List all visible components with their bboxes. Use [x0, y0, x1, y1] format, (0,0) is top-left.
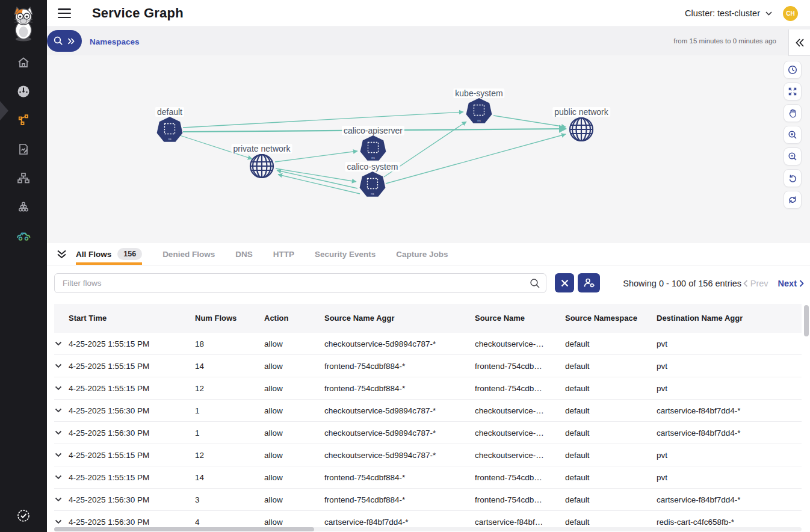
- table-row[interactable]: 4-25-2025 1:55:15 PM 12 allow checkoutse…: [54, 444, 802, 466]
- refresh-button[interactable]: [784, 191, 802, 209]
- cell-source-namespace: default: [565, 428, 657, 438]
- table-row[interactable]: 4-25-2025 1:55:15 PM 14 allow frontend-7…: [54, 466, 802, 489]
- sidebar-item-flow-logs[interactable]: [0, 135, 47, 164]
- flows-table: Start Time Num Flows Action Source Name …: [54, 304, 802, 532]
- cluster-selector[interactable]: Cluster: test-cluster: [685, 8, 772, 18]
- cell-source-name: frontend-754cdb…: [475, 473, 565, 482]
- sidebar-item-home[interactable]: [0, 48, 47, 77]
- graph-node-label[interactable]: calico-system: [345, 162, 400, 172]
- table-row[interactable]: 4-25-2025 1:55:15 PM 14 allow frontend-7…: [54, 355, 802, 377]
- vertical-scrollbar-thumb[interactable]: [804, 305, 809, 336]
- undo-reset-icon: [788, 173, 797, 183]
- chevron-left-icon: [743, 280, 748, 287]
- col-source-name[interactable]: Source Name: [475, 314, 565, 323]
- graph-node-default[interactable]: ns: [155, 116, 184, 144]
- cell-action: allow: [264, 428, 324, 438]
- next-label: Next: [778, 279, 797, 288]
- reset-view-button[interactable]: [784, 169, 802, 187]
- verified-badge-icon[interactable]: [16, 508, 31, 524]
- user-avatar[interactable]: CH: [783, 6, 798, 21]
- table-row[interactable]: 4-25-2025 1:55:15 PM 18 allow checkoutse…: [54, 333, 802, 355]
- tab-capture-jobs[interactable]: Capture Jobs: [396, 243, 448, 265]
- car-icon: [15, 229, 32, 243]
- hamburger-menu-button[interactable]: [58, 8, 71, 18]
- graph-node-label[interactable]: public network: [552, 107, 610, 117]
- tab-dns[interactable]: DNS: [235, 243, 253, 265]
- pager: Prev Next: [743, 273, 804, 293]
- sidebar-item-demo-car[interactable]: [0, 221, 47, 250]
- sidebar-item-dashboard[interactable]: [0, 77, 47, 106]
- cell-action: allow: [264, 473, 324, 482]
- search-icon[interactable]: [530, 278, 540, 289]
- graph-node-private-network[interactable]: [249, 153, 275, 179]
- graph-node-kube-system[interactable]: ns: [465, 97, 493, 126]
- column-customize-button[interactable]: [578, 273, 600, 292]
- table-row[interactable]: 4-25-2025 1:56:30 PM 3 allow frontend-75…: [54, 489, 802, 511]
- graph-node-label[interactable]: default: [155, 107, 184, 117]
- collapse-flows-panel-button[interactable]: [47, 243, 76, 265]
- graph-node-calico-system[interactable]: ns: [358, 170, 387, 199]
- time-settings-button[interactable]: [784, 61, 802, 79]
- cell-destination-name-aggr: pvt: [657, 473, 802, 482]
- graph-node-label[interactable]: private network: [232, 144, 292, 153]
- col-num-flows[interactable]: Num Flows: [195, 314, 264, 323]
- cell-destination-name-aggr: redis-cart-c4fc658fb-*: [657, 518, 802, 527]
- row-expand-button[interactable]: [54, 475, 69, 480]
- row-expand-button[interactable]: [54, 497, 69, 502]
- left-nav-sidebar: [0, 0, 47, 532]
- zoom-in-button[interactable]: [784, 126, 802, 144]
- graph-node-calico-apiserver[interactable]: ns: [359, 134, 388, 163]
- cell-source-namespace: default: [565, 406, 657, 415]
- row-expand-button[interactable]: [54, 363, 69, 368]
- sidebar-item-service-graph[interactable]: [0, 106, 47, 135]
- breadcrumb[interactable]: Namespaces: [90, 27, 140, 56]
- table-row[interactable]: 4-25-2025 1:56:30 PM 1 allow checkoutser…: [54, 422, 802, 444]
- chevron-down-icon: [55, 386, 62, 391]
- tab-denied-flows[interactable]: Denied Flows: [162, 243, 215, 265]
- tab-all-flows[interactable]: All Flows 156: [76, 243, 142, 265]
- tab-http[interactable]: HTTP: [273, 243, 294, 265]
- graph-node-label[interactable]: calico-apiserver: [342, 126, 404, 135]
- graph-node-label[interactable]: kube-system: [453, 88, 504, 98]
- row-expand-button[interactable]: [54, 408, 69, 413]
- clear-filter-button[interactable]: [555, 273, 574, 292]
- cell-action: allow: [264, 339, 324, 348]
- zoom-out-button[interactable]: [784, 147, 802, 165]
- table-row[interactable]: 4-25-2025 1:55:15 PM 12 allow frontend-7…: [54, 377, 802, 400]
- filter-flows-input[interactable]: [55, 274, 546, 292]
- cluster-selector-label: Cluster: test-cluster: [685, 8, 760, 18]
- service-graph-icon: [16, 113, 31, 128]
- tab-security-events[interactable]: Security Events: [315, 243, 376, 265]
- sidebar-item-components[interactable]: [0, 193, 47, 221]
- cell-destination-name-aggr: cartservice-f84bf7dd4-*: [657, 495, 802, 504]
- col-start-time[interactable]: Start Time: [69, 314, 195, 323]
- cell-destination-name-aggr: cartservice-f84bf7dd4-*: [657, 428, 802, 438]
- calico-cat-logo[interactable]: [0, 0, 47, 48]
- cell-source-name-aggr: frontend-754cdbf884-*: [324, 473, 475, 482]
- row-expand-button[interactable]: [54, 519, 69, 524]
- row-expand-button[interactable]: [54, 453, 69, 457]
- graph-node-public-network[interactable]: [568, 116, 595, 143]
- prev-page-button[interactable]: Prev: [743, 279, 768, 288]
- service-graph-canvas[interactable]: ns default private network ns calico-api…: [47, 55, 810, 243]
- next-page-button[interactable]: Next: [778, 279, 804, 288]
- cell-start-time: 4-25-2025 1:55:15 PM: [69, 384, 195, 393]
- row-expand-button[interactable]: [54, 386, 69, 391]
- home-icon: [16, 55, 31, 70]
- horizontal-scrollbar-thumb[interactable]: [54, 527, 314, 531]
- fullscreen-button[interactable]: [784, 82, 802, 101]
- graph-search-button[interactable]: [47, 30, 82, 52]
- sidebar-item-network-topology[interactable]: [0, 164, 47, 193]
- table-row[interactable]: 4-25-2025 1:56:30 PM 1 allow checkoutser…: [54, 400, 802, 422]
- sidebar-bottom: [0, 508, 47, 524]
- col-destination-name-aggr[interactable]: Destination Name Aggr: [657, 314, 802, 323]
- vertical-scrollbar[interactable]: [804, 304, 809, 528]
- col-source-name-aggr[interactable]: Source Name Aggr: [324, 314, 475, 323]
- row-expand-button[interactable]: [54, 341, 69, 346]
- col-source-namespace[interactable]: Source Namespace: [565, 314, 657, 323]
- col-action[interactable]: Action: [264, 314, 324, 323]
- row-expand-button[interactable]: [54, 430, 69, 435]
- horizontal-scrollbar[interactable]: [54, 527, 802, 531]
- collapse-right-panel-button[interactable]: [788, 29, 810, 56]
- pan-tool-button[interactable]: [784, 104, 802, 122]
